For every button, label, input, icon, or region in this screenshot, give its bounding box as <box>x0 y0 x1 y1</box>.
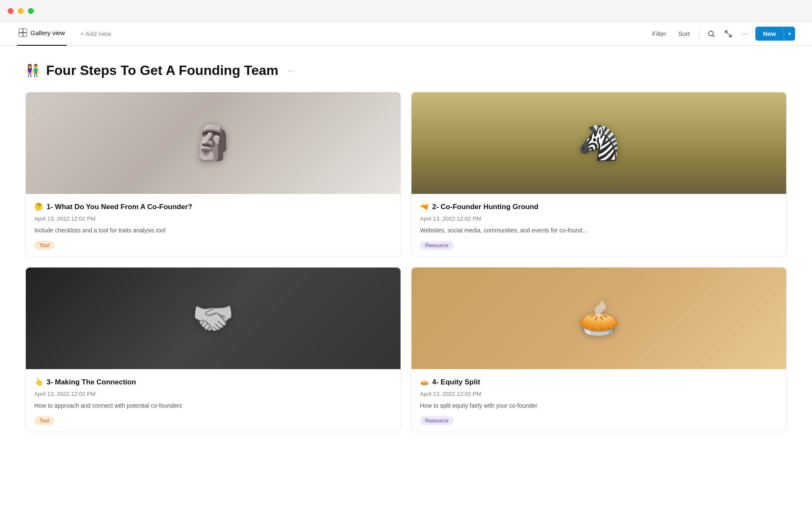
card-description: How to split equity fairly with your co-… <box>420 401 778 410</box>
search-button[interactable] <box>705 27 718 41</box>
new-button-group: New ▾ <box>755 27 795 41</box>
card-image: 🤝 <box>26 268 401 369</box>
gallery-view-label: Gallery view <box>30 29 65 36</box>
page-title-row: 👫 Four Steps To Get A Founding Team ··· <box>25 63 787 78</box>
card-title-emoji: 👆 <box>34 378 43 387</box>
card-image-emoji: 🦓 <box>578 123 620 163</box>
more-dots-icon: ··· <box>742 30 749 38</box>
more-options-button[interactable]: ··· <box>738 27 752 41</box>
toolbar-right: Filter Sort ··· New ▾ <box>648 27 795 41</box>
traffic-light-red[interactable] <box>8 8 14 14</box>
toolbar-divider <box>699 30 700 38</box>
card-title: 👆 3- Making The Connection <box>34 378 392 387</box>
card-body: 🔫 2- Co-Founder Hunting Ground April 13,… <box>411 194 786 257</box>
card-title: 🥧 4- Equity Split <box>420 378 778 387</box>
grid-icon <box>19 28 27 37</box>
sort-button[interactable]: Sort <box>674 28 694 40</box>
expand-button[interactable] <box>721 27 735 41</box>
gallery-view-tab[interactable]: Gallery view <box>17 22 67 46</box>
sort-label: Sort <box>678 30 690 37</box>
page-emoji: 👫 <box>25 64 40 77</box>
card-title-emoji: 🥧 <box>420 378 429 387</box>
card-title: 🔫 2- Co-Founder Hunting Ground <box>420 202 778 211</box>
filter-label: Filter <box>652 30 666 37</box>
svg-line-1 <box>713 35 715 37</box>
traffic-light-yellow[interactable] <box>18 8 24 14</box>
card-title-text: 2- Co-Founder Hunting Ground <box>432 203 538 211</box>
card-description: Include checklists and a tool for traits… <box>34 226 392 235</box>
page-more-button[interactable]: ··· <box>284 64 298 77</box>
card-image: 🥧 <box>411 268 786 369</box>
chevron-down-icon: ▾ <box>788 31 791 37</box>
gallery-card[interactable]: 🦓 🔫 2- Co-Founder Hunting Ground April 1… <box>411 92 787 257</box>
card-body: 🥧 4- Equity Split April 13, 2022 12:02 P… <box>411 369 786 432</box>
card-image: 🦓 <box>411 92 786 194</box>
card-tag: Resource <box>420 241 454 250</box>
page-title: Four Steps To Get A Founding Team <box>46 63 278 78</box>
card-image-emoji: 🗿 <box>192 123 234 163</box>
traffic-light-green[interactable] <box>28 8 34 14</box>
card-title-text: 1- What Do You Need From A Co-Founder? <box>47 203 192 211</box>
card-title-emoji: 🔫 <box>420 202 429 211</box>
card-description: How to approach and connect with potenti… <box>34 401 392 410</box>
filter-button[interactable]: Filter <box>648 28 670 40</box>
card-date: April 13, 2022 12:02 PM <box>34 391 392 397</box>
gallery-card[interactable]: 🥧 🥧 4- Equity Split April 13, 2022 12:02… <box>411 267 787 432</box>
add-view-button[interactable]: + Add view <box>77 28 115 39</box>
new-button[interactable]: New <box>755 27 784 41</box>
card-description: Websites, social media, communities, and… <box>420 226 778 235</box>
card-image-emoji: 🥧 <box>578 298 620 338</box>
gallery-card[interactable]: 🗿 🤔 1- What Do You Need From A Co-Founde… <box>25 92 401 257</box>
card-date: April 13, 2022 12:02 PM <box>34 215 392 222</box>
card-title: 🤔 1- What Do You Need From A Co-Founder? <box>34 202 392 211</box>
expand-icon <box>724 30 732 38</box>
gallery-card[interactable]: 🤝 👆 3- Making The Connection April 13, 2… <box>25 267 401 432</box>
card-body: 👆 3- Making The Connection April 13, 202… <box>26 369 401 432</box>
card-tag: Resource <box>420 416 454 425</box>
page-more-icon: ··· <box>288 66 295 75</box>
new-dropdown-button[interactable]: ▾ <box>784 28 795 40</box>
card-tag: Tool <box>34 241 55 250</box>
titlebar <box>0 0 812 22</box>
search-icon <box>708 30 715 38</box>
card-body: 🤔 1- What Do You Need From A Co-Founder?… <box>26 194 401 257</box>
svg-line-3 <box>729 34 731 37</box>
card-title-text: 3- Making The Connection <box>47 378 136 387</box>
page-content: 👫 Four Steps To Get A Founding Team ··· … <box>0 46 812 449</box>
card-date: April 13, 2022 12:02 PM <box>420 391 778 397</box>
svg-line-2 <box>725 31 728 33</box>
card-tag: Tool <box>34 416 55 425</box>
gallery-grid: 🗿 🤔 1- What Do You Need From A Co-Founde… <box>25 92 787 432</box>
add-view-label: + Add view <box>80 30 111 37</box>
card-date: April 13, 2022 12:02 PM <box>420 215 778 222</box>
toolbar: Gallery view + Add view Filter Sort <box>0 22 812 46</box>
card-image: 🗿 <box>26 92 401 194</box>
svg-point-0 <box>709 31 713 36</box>
card-image-emoji: 🤝 <box>192 298 234 338</box>
card-title-emoji: 🤔 <box>34 202 43 211</box>
card-title-text: 4- Equity Split <box>432 378 480 387</box>
